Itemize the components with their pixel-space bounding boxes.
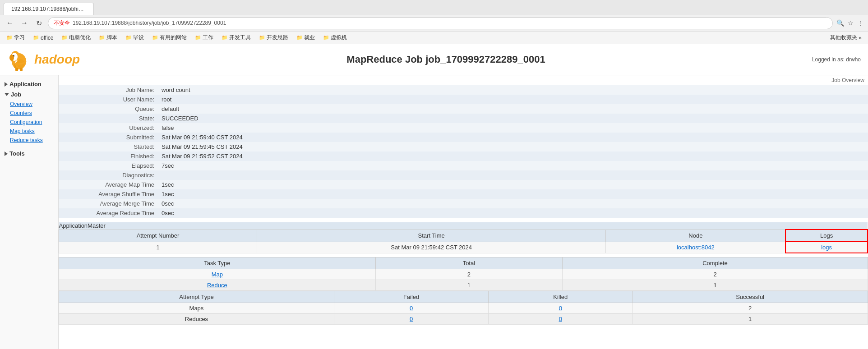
field-label-job-name: Job Name:: [59, 85, 158, 95]
info-row-user-name: User Name: root: [59, 95, 868, 104]
info-row-submitted: Submitted: Sat Mar 09 21:59:40 CST 2024: [59, 133, 868, 142]
info-row-uberized: Uberized: false: [59, 123, 868, 133]
bookmark-office[interactable]: 📁office: [30, 34, 56, 42]
task-header-row: Task Type Total Complete: [59, 257, 868, 269]
menu-icon[interactable]: ⋮: [856, 18, 864, 28]
svg-rect-6: [20, 68, 23, 71]
star-icon[interactable]: ☆: [847, 18, 854, 28]
col-successful: Successful: [633, 291, 868, 303]
field-label-elapsed: Elapsed:: [59, 161, 158, 170]
node-link[interactable]: localhost:8042: [677, 244, 715, 251]
reload-button[interactable]: ↻: [32, 17, 45, 29]
bookmark-虚拟机[interactable]: 📁虚拟机: [320, 33, 350, 42]
bookmark-学习[interactable]: 📁学习: [4, 33, 28, 42]
field-value-submitted: Sat Mar 09 21:59:40 CST 2024: [158, 133, 868, 142]
sidebar-application-header[interactable]: Application: [0, 79, 58, 89]
sidebar-item-map-tasks[interactable]: Map tasks: [5, 127, 58, 136]
field-label-submitted: Submitted:: [59, 133, 158, 142]
bookmark-电脑优化[interactable]: 📁电脑优化: [59, 33, 93, 42]
field-value-uberized: false: [158, 123, 868, 133]
browser-tab[interactable]: 192.168.19.107:19888/jobhistory/job/job_…: [4, 3, 94, 15]
sidebar-job-header[interactable]: Job: [0, 89, 58, 100]
bookmark-脚本[interactable]: 📁脚本: [96, 33, 120, 42]
task-type-map: Map: [59, 269, 376, 280]
bookmark-有用的网站[interactable]: 📁有用的网站: [149, 33, 189, 42]
reduces-failed-link[interactable]: 0: [410, 316, 413, 322]
reduces-successful: 1: [633, 314, 868, 325]
nav-buttons: ← → ↻: [4, 17, 45, 29]
col-killed: Killed: [489, 291, 633, 303]
back-button[interactable]: ←: [4, 17, 16, 29]
attempt-overview-table: Attempt Type Failed Killed Successful Ma…: [59, 291, 868, 325]
field-value-started: Sat Mar 09 21:59:45 CST 2024: [158, 142, 868, 152]
browser-action-icons: 🔍 ☆ ⋮: [836, 18, 864, 28]
col-failed: Failed: [334, 291, 488, 303]
application-master-header-row: Attempt Number Start Time Node Logs: [59, 230, 868, 242]
attempt-number-value: 1: [59, 242, 257, 253]
task-row-map: Map 2 2: [59, 269, 868, 280]
field-value-diagnostics: [158, 170, 868, 180]
field-label-user-name: User Name:: [59, 95, 158, 104]
info-row-elapsed: Elapsed: 7sec: [59, 161, 868, 170]
svg-rect-5: [15, 68, 18, 71]
reduces-killed-link[interactable]: 0: [559, 316, 562, 322]
search-icon[interactable]: 🔍: [836, 18, 845, 28]
hadoop-logo-text: hadoop: [34, 52, 80, 67]
job-info-table: Job Name: word count User Name: root Que…: [59, 85, 868, 218]
sidebar-tools-header[interactable]: Tools: [0, 148, 58, 159]
bookmark-工作[interactable]: 📁工作: [192, 33, 216, 42]
info-row-started: Started: Sat Mar 09 21:59:45 CST 2024: [59, 142, 868, 152]
sidebar-tools-label: Tools: [9, 150, 25, 157]
maps-failed-link[interactable]: 0: [410, 305, 413, 312]
field-value-avg-reduce: 0sec: [158, 208, 868, 218]
field-value-elapsed: 7sec: [158, 161, 868, 170]
bookmark-开发思路[interactable]: 📁开发思路: [256, 33, 291, 42]
sidebar-item-reduce-tasks[interactable]: Reduce tasks: [5, 136, 58, 145]
triangle-right-icon: [5, 82, 8, 87]
maps-killed-link[interactable]: 0: [559, 305, 562, 312]
field-value-avg-merge: 0sec: [158, 199, 868, 208]
info-row-diagnostics: Diagnostics:: [59, 170, 868, 180]
map-link[interactable]: Map: [212, 271, 223, 278]
triangle-right-icon-tools: [5, 152, 8, 156]
hadoop-elephant-icon: [7, 48, 31, 71]
browser-chrome: 192.168.19.107:19888/jobhistory/job/job_…: [0, 0, 868, 44]
field-label-queue: Queue:: [59, 104, 158, 114]
page-title: MapReduce Job job_1709992722289_0001: [80, 54, 812, 65]
svg-point-4: [9, 55, 14, 61]
bookmark-毕设[interactable]: 📁毕设: [123, 33, 147, 42]
field-value-state: SUCCEEDED: [158, 114, 868, 123]
bookmark-开发工具[interactable]: 📁开发工具: [219, 33, 254, 42]
task-overview-table: Task Type Total Complete Map 2 2 Reduce: [59, 257, 868, 291]
field-value-finished: Sat Mar 09 21:59:52 CST 2024: [158, 152, 868, 161]
sidebar-item-overview[interactable]: Overview: [5, 100, 58, 109]
col-total: Total: [375, 257, 562, 269]
col-logs: Logs: [785, 230, 868, 242]
sidebar-item-configuration[interactable]: Configuration: [5, 118, 58, 127]
reduce-link[interactable]: Reduce: [207, 282, 227, 289]
url-box[interactable]: 不安全 192.168.19.107:19888/jobhistory/job/…: [48, 17, 833, 29]
col-attempt-type: Attempt Type: [59, 291, 334, 303]
field-label-avg-shuffle: Average Shuffle Time: [59, 189, 158, 199]
info-row-queue: Queue: default: [59, 104, 868, 114]
info-row-avg-shuffle: Average Shuffle Time 1sec: [59, 189, 868, 199]
info-row-avg-reduce: Average Reduce Time 0sec: [59, 208, 868, 218]
forward-button[interactable]: →: [18, 17, 31, 29]
field-value-queue: default: [158, 104, 868, 114]
col-complete: Complete: [563, 257, 868, 269]
other-bookmarks[interactable]: 其他收藏夹 »: [827, 33, 864, 42]
info-row-job-name: Job Name: word count: [59, 85, 868, 95]
bookmark-就业[interactable]: 📁就业: [294, 33, 318, 42]
tab-title: 192.168.19.107:19888/jobhistory/job/job_…: [11, 6, 94, 12]
sidebar-item-counters[interactable]: Counters: [5, 109, 58, 118]
hadoop-logo: hadoop: [7, 48, 80, 71]
application-master-title: ApplicationMaster: [59, 222, 868, 230]
task-type-reduce: Reduce: [59, 280, 376, 291]
attempt-header-row: Attempt Type Failed Killed Successful: [59, 291, 868, 303]
url-text: 192.168.19.107:19888/jobhistory/job/job_…: [73, 20, 226, 26]
map-complete: 2: [563, 269, 868, 280]
info-row-avg-merge: Average Merge Time 0sec: [59, 199, 868, 208]
field-value-avg-shuffle: 1sec: [158, 189, 868, 199]
attempt-row-reduces: Reduces 0 0 1: [59, 314, 868, 325]
logs-link[interactable]: logs: [821, 244, 832, 251]
